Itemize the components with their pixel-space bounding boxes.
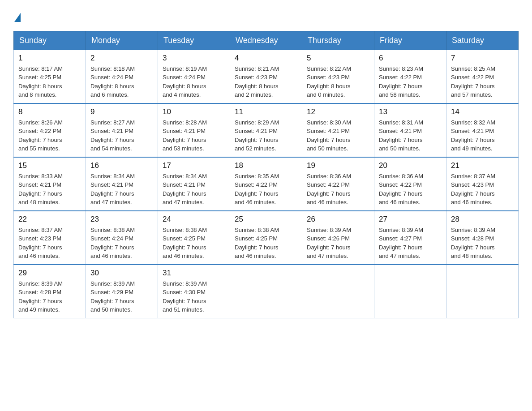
day-info: Sunrise: 8:22 AMSunset: 4:23 PMDaylight:…	[307, 65, 351, 98]
calendar-cell: 6 Sunrise: 8:23 AMSunset: 4:22 PMDayligh…	[374, 50, 446, 103]
day-number: 14	[451, 107, 514, 116]
day-info: Sunrise: 8:38 AMSunset: 4:24 PMDaylight:…	[90, 227, 135, 260]
calendar-cell	[230, 265, 302, 318]
day-info: Sunrise: 8:39 AMSunset: 4:27 PMDaylight:…	[379, 227, 423, 260]
calendar-cell	[302, 265, 374, 318]
day-info: Sunrise: 8:38 AMSunset: 4:25 PMDaylight:…	[163, 227, 207, 260]
day-number: 15	[18, 161, 81, 170]
week-row-4: 22 Sunrise: 8:37 AMSunset: 4:23 PMDaylig…	[14, 211, 519, 265]
page-header	[13, 9, 519, 22]
calendar-cell: 2 Sunrise: 8:18 AMSunset: 4:24 PMDayligh…	[86, 50, 158, 103]
day-number: 4	[235, 54, 297, 63]
day-number: 9	[90, 107, 153, 116]
calendar-cell: 29 Sunrise: 8:39 AMSunset: 4:28 PMDaylig…	[14, 265, 86, 318]
day-number: 3	[163, 54, 225, 63]
day-info: Sunrise: 8:26 AMSunset: 4:22 PMDaylight:…	[18, 119, 63, 152]
calendar-cell: 12 Sunrise: 8:30 AMSunset: 4:21 PMDaylig…	[302, 103, 374, 157]
day-number: 2	[90, 54, 153, 63]
day-number: 10	[163, 107, 225, 116]
calendar-cell: 31 Sunrise: 8:39 AMSunset: 4:30 PMDaylig…	[158, 265, 230, 318]
day-info: Sunrise: 8:28 AMSunset: 4:21 PMDaylight:…	[163, 119, 207, 152]
calendar-cell: 5 Sunrise: 8:22 AMSunset: 4:23 PMDayligh…	[302, 50, 374, 103]
calendar-cell: 27 Sunrise: 8:39 AMSunset: 4:27 PMDaylig…	[374, 211, 446, 265]
day-info: Sunrise: 8:27 AMSunset: 4:21 PMDaylight:…	[90, 119, 135, 152]
day-info: Sunrise: 8:19 AMSunset: 4:24 PMDaylight:…	[163, 65, 207, 98]
week-row-1: 1 Sunrise: 8:17 AMSunset: 4:25 PMDayligh…	[14, 50, 519, 103]
calendar-cell	[374, 265, 446, 318]
day-info: Sunrise: 8:39 AMSunset: 4:29 PMDaylight:…	[90, 280, 135, 313]
col-header-friday: Friday	[374, 31, 446, 50]
day-number: 29	[18, 269, 81, 278]
day-number: 17	[163, 161, 225, 170]
col-header-wednesday: Wednesday	[230, 31, 302, 50]
day-number: 1	[18, 54, 81, 63]
day-number: 28	[451, 215, 514, 224]
logo-text	[13, 9, 21, 22]
day-info: Sunrise: 8:37 AMSunset: 4:23 PMDaylight:…	[451, 173, 495, 206]
col-header-thursday: Thursday	[302, 31, 374, 50]
day-info: Sunrise: 8:39 AMSunset: 4:28 PMDaylight:…	[18, 280, 63, 313]
col-header-tuesday: Tuesday	[158, 31, 230, 50]
day-number: 25	[235, 215, 297, 224]
day-number: 5	[307, 54, 369, 63]
day-number: 11	[235, 107, 297, 116]
day-info: Sunrise: 8:29 AMSunset: 4:21 PMDaylight:…	[235, 119, 279, 152]
calendar-cell: 8 Sunrise: 8:26 AMSunset: 4:22 PMDayligh…	[14, 103, 86, 157]
day-info: Sunrise: 8:37 AMSunset: 4:23 PMDaylight:…	[18, 227, 63, 260]
day-number: 20	[379, 161, 442, 170]
day-info: Sunrise: 8:36 AMSunset: 4:22 PMDaylight:…	[307, 173, 351, 206]
day-info: Sunrise: 8:36 AMSunset: 4:22 PMDaylight:…	[379, 173, 423, 206]
day-number: 24	[163, 215, 225, 224]
col-header-monday: Monday	[86, 31, 158, 50]
day-number: 18	[235, 161, 297, 170]
day-number: 19	[307, 161, 369, 170]
day-info: Sunrise: 8:34 AMSunset: 4:21 PMDaylight:…	[163, 173, 207, 206]
calendar-cell: 20 Sunrise: 8:36 AMSunset: 4:22 PMDaylig…	[374, 157, 446, 211]
day-info: Sunrise: 8:39 AMSunset: 4:26 PMDaylight:…	[307, 227, 351, 260]
calendar-cell: 4 Sunrise: 8:21 AMSunset: 4:23 PMDayligh…	[230, 50, 302, 103]
day-info: Sunrise: 8:30 AMSunset: 4:21 PMDaylight:…	[307, 119, 351, 152]
calendar-header-row: SundayMondayTuesdayWednesdayThursdayFrid…	[14, 31, 519, 50]
calendar-cell: 25 Sunrise: 8:38 AMSunset: 4:25 PMDaylig…	[230, 211, 302, 265]
day-number: 21	[451, 161, 514, 170]
week-row-2: 8 Sunrise: 8:26 AMSunset: 4:22 PMDayligh…	[14, 103, 519, 157]
week-row-5: 29 Sunrise: 8:39 AMSunset: 4:28 PMDaylig…	[14, 265, 519, 318]
day-info: Sunrise: 8:32 AMSunset: 4:21 PMDaylight:…	[451, 119, 495, 152]
logo	[13, 9, 21, 22]
day-number: 31	[163, 269, 225, 278]
calendar-cell: 1 Sunrise: 8:17 AMSunset: 4:25 PMDayligh…	[14, 50, 86, 103]
calendar-cell: 11 Sunrise: 8:29 AMSunset: 4:21 PMDaylig…	[230, 103, 302, 157]
calendar-cell: 15 Sunrise: 8:33 AMSunset: 4:21 PMDaylig…	[14, 157, 86, 211]
day-info: Sunrise: 8:33 AMSunset: 4:21 PMDaylight:…	[18, 173, 63, 206]
calendar-cell: 16 Sunrise: 8:34 AMSunset: 4:21 PMDaylig…	[86, 157, 158, 211]
col-header-saturday: Saturday	[446, 31, 519, 50]
calendar-table: SundayMondayTuesdayWednesdayThursdayFrid…	[13, 31, 519, 318]
day-number: 26	[307, 215, 369, 224]
day-info: Sunrise: 8:23 AMSunset: 4:22 PMDaylight:…	[379, 65, 423, 98]
calendar-body: 1 Sunrise: 8:17 AMSunset: 4:25 PMDayligh…	[14, 50, 519, 318]
day-info: Sunrise: 8:31 AMSunset: 4:21 PMDaylight:…	[379, 119, 423, 152]
calendar-cell: 7 Sunrise: 8:25 AMSunset: 4:22 PMDayligh…	[446, 50, 519, 103]
day-info: Sunrise: 8:39 AMSunset: 4:28 PMDaylight:…	[451, 227, 495, 260]
day-info: Sunrise: 8:38 AMSunset: 4:25 PMDaylight:…	[235, 227, 279, 260]
calendar-cell: 17 Sunrise: 8:34 AMSunset: 4:21 PMDaylig…	[158, 157, 230, 211]
day-info: Sunrise: 8:18 AMSunset: 4:24 PMDaylight:…	[90, 65, 135, 98]
calendar-cell: 21 Sunrise: 8:37 AMSunset: 4:23 PMDaylig…	[446, 157, 519, 211]
calendar-cell: 23 Sunrise: 8:38 AMSunset: 4:24 PMDaylig…	[86, 211, 158, 265]
calendar-cell: 26 Sunrise: 8:39 AMSunset: 4:26 PMDaylig…	[302, 211, 374, 265]
day-number: 22	[18, 215, 81, 224]
day-info: Sunrise: 8:17 AMSunset: 4:25 PMDaylight:…	[18, 65, 63, 98]
day-info: Sunrise: 8:34 AMSunset: 4:21 PMDaylight:…	[90, 173, 135, 206]
calendar-cell: 18 Sunrise: 8:35 AMSunset: 4:22 PMDaylig…	[230, 157, 302, 211]
col-header-sunday: Sunday	[14, 31, 86, 50]
day-number: 30	[90, 269, 153, 278]
calendar-cell	[446, 265, 519, 318]
calendar-cell: 14 Sunrise: 8:32 AMSunset: 4:21 PMDaylig…	[446, 103, 519, 157]
day-number: 6	[379, 54, 442, 63]
day-info: Sunrise: 8:35 AMSunset: 4:22 PMDaylight:…	[235, 173, 279, 206]
calendar-cell: 19 Sunrise: 8:36 AMSunset: 4:22 PMDaylig…	[302, 157, 374, 211]
day-info: Sunrise: 8:39 AMSunset: 4:30 PMDaylight:…	[163, 280, 207, 313]
week-row-3: 15 Sunrise: 8:33 AMSunset: 4:21 PMDaylig…	[14, 157, 519, 211]
day-info: Sunrise: 8:21 AMSunset: 4:23 PMDaylight:…	[235, 65, 279, 98]
day-number: 7	[451, 54, 514, 63]
